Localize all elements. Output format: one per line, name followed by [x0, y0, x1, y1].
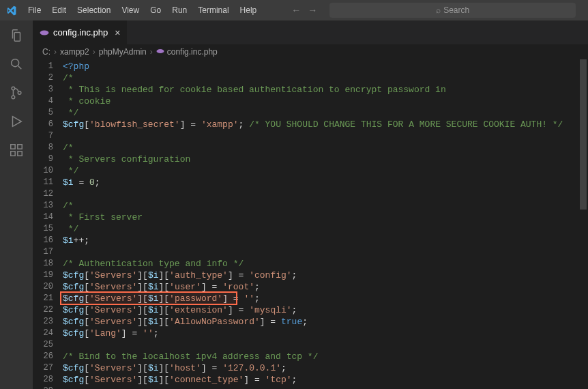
explorer-icon[interactable] [8, 27, 25, 44]
chevron-right-icon: › [54, 47, 57, 57]
code-line[interactable] [63, 246, 588, 258]
extensions-icon[interactable] [8, 142, 25, 158]
search-activity-icon[interactable] [8, 56, 25, 72]
code-line[interactable]: /* [63, 72, 588, 84]
nav-arrows: ← → [291, 5, 317, 16]
title-bar: File Edit Selection View Go Run Terminal… [0, 0, 588, 20]
code-line[interactable]: */ [63, 107, 588, 119]
svg-point-2 [12, 87, 15, 90]
line-number: 15 [33, 223, 53, 235]
code-line[interactable]: */ [63, 165, 588, 177]
menu-selection[interactable]: Selection [72, 3, 115, 18]
code-line[interactable]: * Servers configuration [63, 154, 588, 165]
breadcrumb-file[interactable]: config.inc.php [167, 47, 218, 57]
code-line[interactable]: * First server [63, 212, 588, 223]
php-file-icon [40, 28, 49, 38]
line-number: 1 [33, 61, 53, 72]
code-line[interactable]: $cfg['Servers'][$i]['AllowNoPassword'] =… [63, 316, 588, 328]
breadcrumb-folder1[interactable]: xampp2 [60, 47, 89, 57]
menu-help[interactable]: Help [235, 3, 262, 18]
tab-close-icon[interactable]: × [115, 27, 120, 38]
scrollbar-thumb[interactable] [580, 59, 587, 210]
line-number: 20 [33, 281, 53, 293]
code-line[interactable]: /* Authentication type and info */ [63, 258, 588, 270]
line-number: 8 [33, 142, 53, 154]
source-control-icon[interactable] [8, 85, 25, 101]
code-line[interactable]: $cfg['Servers'][$i]['user'] = 'root'; [63, 281, 588, 293]
code-line[interactable]: <?php [63, 61, 588, 72]
code-line[interactable]: * This is needed for cookie based authen… [63, 84, 588, 96]
line-number: 10 [33, 165, 53, 177]
code-line[interactable]: $cfg['Servers'][$i]['host'] = '127.0.0.1… [63, 362, 588, 374]
line-number: 11 [33, 177, 53, 188]
code-line[interactable]: * cookie [63, 96, 588, 107]
nav-forward-icon[interactable]: → [308, 5, 317, 16]
main-menu: File Edit Selection View Go Run Terminal… [23, 3, 261, 18]
line-number: 2 [33, 72, 53, 84]
code-line[interactable]: $i = 0; [63, 177, 588, 188]
code-line[interactable]: /* [63, 142, 588, 154]
line-number: 12 [33, 188, 53, 200]
breadcrumbs[interactable]: C: › xampp2 › phpMyAdmin › config.inc.ph… [33, 44, 588, 59]
line-number: 16 [33, 235, 53, 246]
code-line[interactable]: $cfg['Lang'] = ''; [63, 328, 588, 339]
breadcrumb-drive[interactable]: C: [42, 47, 50, 57]
code-line[interactable]: $cfg['blowfish_secret'] = 'xampp'; /* YO… [63, 119, 588, 130]
tab-config-inc-php[interactable]: config.inc.php × [33, 20, 128, 44]
code-line[interactable] [63, 386, 588, 389]
run-debug-icon[interactable] [8, 113, 25, 130]
menu-edit[interactable]: Edit [47, 3, 71, 18]
menu-go[interactable]: Go [145, 3, 166, 18]
line-number: 24 [33, 328, 53, 339]
line-number: 14 [33, 212, 53, 223]
code-line[interactable]: $cfg['Servers'][$i]['extension'] = 'mysq… [63, 304, 588, 316]
line-number: 5 [33, 107, 53, 119]
line-number: 25 [33, 339, 53, 351]
svg-point-4 [18, 91, 21, 95]
line-number: 23 [33, 316, 53, 328]
command-center-search[interactable]: ⌕ Search [329, 3, 576, 18]
code-line[interactable]: $cfg['Servers'][$i]['auth_type'] = 'conf… [63, 270, 588, 281]
line-number: 26 [33, 351, 53, 362]
search-placeholder: Search [443, 5, 469, 15]
code-line[interactable]: $i++; [63, 235, 588, 246]
svg-rect-7 [18, 152, 22, 156]
line-number: 4 [33, 96, 53, 107]
code-line[interactable]: $cfg['Servers'][$i]['password'] = ''; [63, 293, 588, 304]
line-number: 17 [33, 246, 53, 258]
search-icon: ⌕ [436, 5, 441, 15]
breadcrumb-folder2[interactable]: phpMyAdmin [99, 47, 147, 57]
line-number: 29 [33, 386, 53, 389]
vertical-scrollbar[interactable] [578, 59, 588, 389]
svg-line-1 [18, 66, 22, 70]
tab-filename: config.inc.php [53, 27, 108, 38]
code-line[interactable]: /* Bind to the localhost ipv4 address an… [63, 351, 588, 362]
line-number: 27 [33, 362, 53, 374]
menu-file[interactable]: File [23, 3, 46, 18]
editor-area: config.inc.php × C: › xampp2 › phpMyAdmi… [33, 20, 588, 389]
code-line[interactable] [63, 339, 588, 351]
nav-back-icon[interactable]: ← [291, 5, 301, 16]
menu-view[interactable]: View [117, 3, 144, 18]
code-line[interactable] [63, 130, 588, 142]
line-number: 6 [33, 119, 53, 130]
code-editor[interactable]: 1234567891011121314151617181920212223242… [33, 59, 588, 389]
svg-point-0 [12, 59, 19, 67]
menu-terminal[interactable]: Terminal [193, 3, 233, 18]
vscode-logo-icon [5, 5, 16, 16]
line-number: 7 [33, 130, 53, 142]
line-number-gutter: 1234567891011121314151617181920212223242… [33, 59, 63, 389]
svg-point-9 [40, 30, 49, 35]
code-line[interactable] [63, 188, 588, 200]
line-number: 19 [33, 270, 53, 281]
code-line[interactable]: $cfg['Servers'][$i]['connect_type'] = 't… [63, 374, 588, 386]
chevron-right-icon: › [150, 47, 153, 57]
code-line[interactable]: /* [63, 200, 588, 212]
code-content[interactable]: <?php/* * This is needed for cookie base… [63, 59, 588, 389]
line-number: 13 [33, 200, 53, 212]
code-line[interactable]: */ [63, 223, 588, 235]
menu-run[interactable]: Run [167, 3, 192, 18]
line-number: 22 [33, 304, 53, 316]
svg-rect-5 [11, 145, 15, 149]
line-number: 3 [33, 84, 53, 96]
